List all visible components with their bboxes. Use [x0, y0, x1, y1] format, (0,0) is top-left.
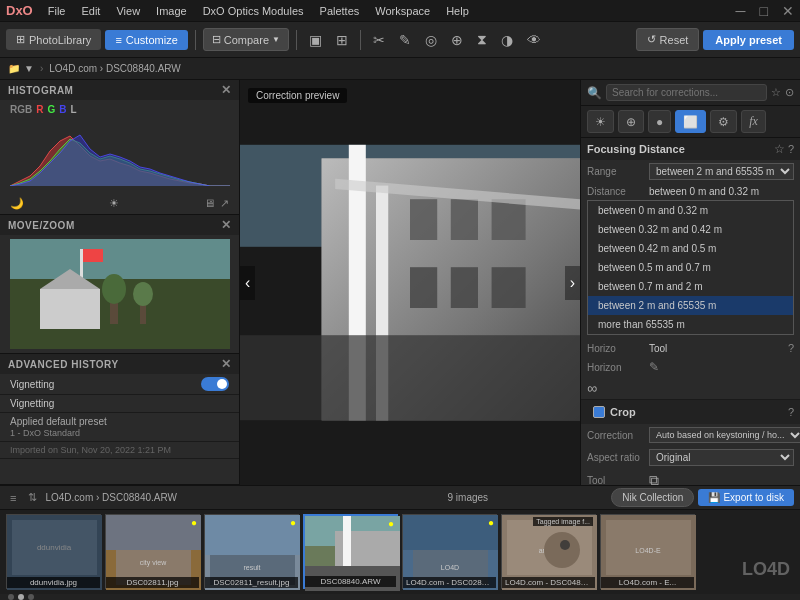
menu-palettes[interactable]: Palettes	[313, 3, 367, 19]
dropdown-item-2[interactable]: between 0.32 m and 0.42 m	[588, 220, 793, 239]
mask-tool-button[interactable]: ◑	[496, 29, 518, 51]
filmstrip-thumb-1[interactable]: ddunvidia ddunvidia.jpg	[6, 514, 101, 589]
filmstrip-thumb-6[interactable]: animal LO4D.com - DSC04857... Tagged ima…	[501, 514, 596, 589]
edit-tool-button[interactable]: ✎	[394, 29, 416, 51]
dropdown-item-1[interactable]: between 0 m and 0.32 m	[588, 201, 793, 220]
tab-geometry[interactable]: ⬜	[675, 110, 706, 133]
repair-tool-button[interactable]: ⊕	[446, 29, 468, 51]
crop-checkbox[interactable]	[593, 406, 605, 418]
history-item-preset[interactable]: Applied default preset 1 - DxO Standard	[0, 413, 239, 442]
filter-tool-button[interactable]: ⧗	[472, 28, 492, 51]
svg-text:result: result	[243, 564, 260, 571]
crop-aspect-select[interactable]: Original	[649, 449, 794, 466]
toggle-icon[interactable]: ⊙	[785, 86, 794, 99]
menu-image[interactable]: Image	[149, 3, 194, 19]
histogram-icons: 🖥 ↗	[204, 197, 229, 210]
filmstrip-thumb-7[interactable]: LO4D-E LO4D.com - E...	[600, 514, 695, 589]
export-icon[interactable]: ↗	[220, 197, 229, 210]
tab-settings[interactable]: ⚙	[710, 110, 737, 133]
tab-light[interactable]: ☀	[587, 110, 614, 133]
history-item-vignetting-2[interactable]: Vignetting	[0, 395, 239, 413]
apply-preset-button[interactable]: Apply preset	[703, 30, 794, 50]
svg-rect-4	[40, 289, 100, 329]
crop-help-icon[interactable]: ?	[788, 406, 794, 418]
hist-g-mode[interactable]: G	[47, 104, 55, 115]
breadcrumb-path: LO4D.com › DSC08840.ARW	[49, 63, 181, 74]
history-item-import[interactable]: Imported on Sun, Nov 20, 2022 1:21 PM	[0, 442, 239, 459]
crop-aspect-label: Aspect ratio	[587, 452, 645, 463]
svg-rect-32	[205, 515, 300, 555]
search-input[interactable]	[606, 84, 767, 101]
compare-button[interactable]: ⊟ Compare ▼	[203, 28, 289, 51]
movezoom-header: MOVE/ZOOM ✕	[0, 215, 239, 235]
reset-label: Reset	[660, 34, 689, 46]
customize-label: Customize	[126, 34, 178, 46]
hist-r-mode[interactable]: R	[36, 104, 43, 115]
crop-tool-icon[interactable]: ⧉	[649, 472, 659, 485]
close-button[interactable]: ✕	[782, 3, 794, 19]
menu-edit[interactable]: Edit	[74, 3, 107, 19]
menu-workspace[interactable]: Workspace	[368, 3, 437, 19]
tab-detail[interactable]: ●	[648, 110, 671, 133]
dropdown-item-6[interactable]: between 2 m and 65535 m	[588, 296, 793, 315]
export-to-disk-button[interactable]: 💾 Export to disk	[698, 489, 794, 506]
compare-label: Compare	[224, 34, 269, 46]
filmstrip-thumb-4[interactable]: DSC08840.ARW ●	[303, 514, 398, 589]
dropdown-item-4[interactable]: between 0.5 m and 0.7 m	[588, 258, 793, 277]
histogram-close-button[interactable]: ✕	[221, 83, 232, 97]
maximize-button[interactable]: □	[760, 3, 768, 19]
menu-file[interactable]: File	[41, 3, 73, 19]
minimize-button[interactable]: ─	[736, 3, 746, 19]
hist-rgb-mode[interactable]: RGB	[10, 104, 32, 115]
dropdown-item-3[interactable]: between 0.42 m and 0.5 m	[588, 239, 793, 258]
reset-button[interactable]: ↺ Reset	[636, 28, 700, 51]
horizon-help-icon[interactable]: ?	[788, 342, 794, 354]
histogram-section: HISTOGRAM ✕ RGB R G B L	[0, 80, 239, 215]
hist-l-mode[interactable]: L	[70, 104, 76, 115]
crop-correction-select[interactable]: Auto based on keystoning / ho...	[649, 427, 800, 443]
crop-tool-button[interactable]: ✂	[368, 29, 390, 51]
focusing-star-icon[interactable]: ☆	[774, 142, 785, 156]
filmstrip-sort-button[interactable]: ⇅	[24, 489, 41, 506]
tab-color[interactable]: ⊕	[618, 110, 644, 133]
svg-text:LO4D: LO4D	[441, 564, 459, 571]
nav-prev-button[interactable]: ‹	[240, 266, 255, 300]
filmstrip-filter-button[interactable]: ≡	[6, 490, 20, 506]
focusing-dropdown[interactable]: between 0 m and 0.32 m between 0.32 m an…	[587, 200, 794, 335]
range-select[interactable]: between 2 m and 65535 m	[649, 163, 794, 180]
customize-button[interactable]: ≡ Customize	[105, 30, 187, 50]
menu-view[interactable]: View	[109, 3, 147, 19]
history-toggle-1[interactable]	[201, 377, 229, 391]
thumb-icon-4: ●	[388, 518, 394, 529]
monitor-icon[interactable]: 🖥	[204, 197, 215, 210]
app-icon: DxO	[6, 3, 33, 18]
filmstrip-thumb-5[interactable]: LO4D LO4D.com - DSC02811... ●	[402, 514, 497, 589]
view-grid-button[interactable]: ⊞	[331, 29, 353, 51]
nav-next-button[interactable]: ›	[565, 266, 580, 300]
filmstrip-thumb-2[interactable]: city view DSC02811.jpg ●	[105, 514, 200, 589]
svg-rect-18	[492, 199, 526, 240]
menu-dxo-optics[interactable]: DxO Optics Modules	[196, 3, 311, 19]
photo-library-button[interactable]: ⊞ PhotoLibrary	[6, 29, 101, 50]
dropdown-item-5[interactable]: between 0.7 m and 2 m	[588, 277, 793, 296]
focusing-help-icon[interactable]: ?	[788, 143, 794, 155]
distance-value: between 0 m and 0.32 m	[649, 186, 794, 197]
history-close-button[interactable]: ✕	[221, 357, 232, 371]
scroll-dot-2	[18, 594, 24, 600]
spot-tool-button[interactable]: ◎	[420, 29, 442, 51]
dropdown-item-7[interactable]: more than 65535 m	[588, 315, 793, 334]
svg-text:ddunvidia: ddunvidia	[37, 543, 72, 552]
movezoom-close-button[interactable]: ✕	[221, 218, 232, 232]
history-item-vignetting-1[interactable]: Vignetting	[0, 374, 239, 395]
menu-help[interactable]: Help	[439, 3, 476, 19]
filmstrip-thumb-3[interactable]: result DSC02811_result.jpg ●	[204, 514, 299, 589]
view-single-button[interactable]: ▣	[304, 29, 327, 51]
preview-thumbnail[interactable]	[10, 239, 230, 349]
sliders-icon: ≡	[115, 34, 121, 46]
tab-effects[interactable]: fx	[741, 110, 766, 133]
nik-collection-button[interactable]: Nik Collection	[611, 488, 694, 507]
hist-b-mode[interactable]: B	[59, 104, 66, 115]
star-icon[interactable]: ☆	[771, 86, 781, 99]
horizon-edit-icon[interactable]: ✎	[649, 360, 659, 374]
eye-tool-button[interactable]: 👁	[522, 29, 546, 51]
